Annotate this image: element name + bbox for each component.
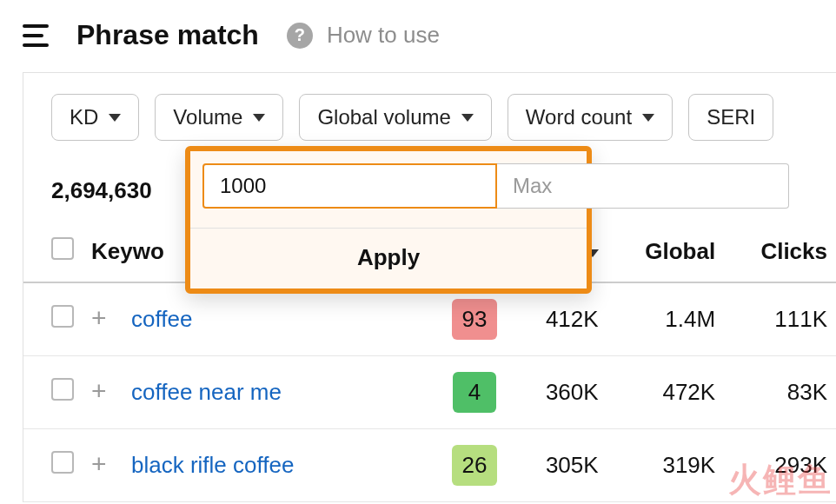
filter-serp-label: SERI [707,105,755,129]
kd-badge: 26 [452,445,498,486]
table-row: +coffee near me4360K472K83K [23,356,836,429]
row-checkbox[interactable] [51,378,74,401]
volume-min-input[interactable] [202,163,497,209]
filter-kd[interactable]: KD [51,94,139,141]
how-to-use-link[interactable]: How to use [327,22,440,49]
cell-clicks: 83K [724,356,836,429]
keyword-link[interactable]: black rifle coffee [131,452,294,478]
col-global[interactable]: Global [607,225,725,282]
cell-clicks: 293K [724,429,836,502]
volume-max-input[interactable] [497,163,789,209]
filter-volume-label: Volume [173,105,242,129]
kd-badge: 93 [452,299,498,340]
cell-volume: 305K [514,429,607,502]
cell-global: 472K [607,356,725,429]
chevron-down-icon [109,114,121,122]
expand-icon[interactable]: + [91,454,114,477]
expand-icon[interactable]: + [91,381,114,404]
row-checkbox[interactable] [51,305,74,328]
row-checkbox[interactable] [51,451,74,474]
menu-icon[interactable] [23,24,49,47]
filter-bar: KD Volume Global volume Word count SERI [23,73,836,141]
keyword-link[interactable]: coffee [131,306,192,332]
chevron-down-icon [642,114,654,122]
filter-serp[interactable]: SERI [688,94,773,141]
page-title: Phrase match [76,19,259,51]
cell-volume: 360K [514,356,607,429]
apply-button[interactable]: Apply [190,228,587,288]
help-icon[interactable]: ? [287,23,313,49]
select-all-checkbox[interactable] [51,237,74,260]
volume-filter-popover: Apply [185,146,592,294]
chevron-down-icon [253,114,265,122]
col-clicks[interactable]: Clicks [724,225,836,282]
chevron-down-icon [461,114,474,122]
filter-global-volume-label: Global volume [317,105,450,129]
filter-global-volume[interactable]: Global volume [299,94,491,141]
filter-kd-label: KD [70,105,98,129]
filter-volume[interactable]: Volume [155,94,283,141]
filter-word-count-label: Word count [526,105,632,129]
keyword-link[interactable]: coffee near me [131,379,282,405]
filter-word-count[interactable]: Word count [508,94,673,141]
expand-icon[interactable]: + [91,308,114,331]
kd-badge: 4 [453,372,496,413]
table-row: +black rifle coffee26305K319K293K [23,429,836,502]
cell-clicks: 111K [724,282,836,356]
cell-global: 1.4M [607,282,725,356]
cell-global: 319K [607,429,725,502]
